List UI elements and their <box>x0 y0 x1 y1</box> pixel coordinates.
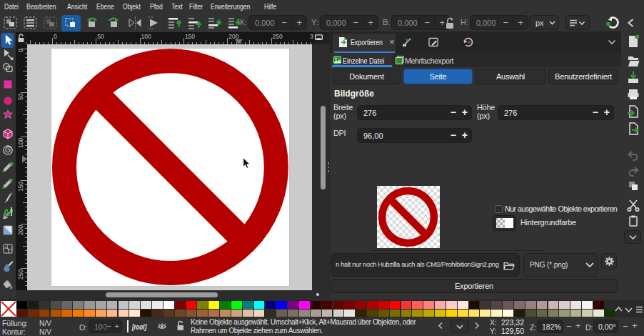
svg-text:A: A <box>3 207 10 218</box>
